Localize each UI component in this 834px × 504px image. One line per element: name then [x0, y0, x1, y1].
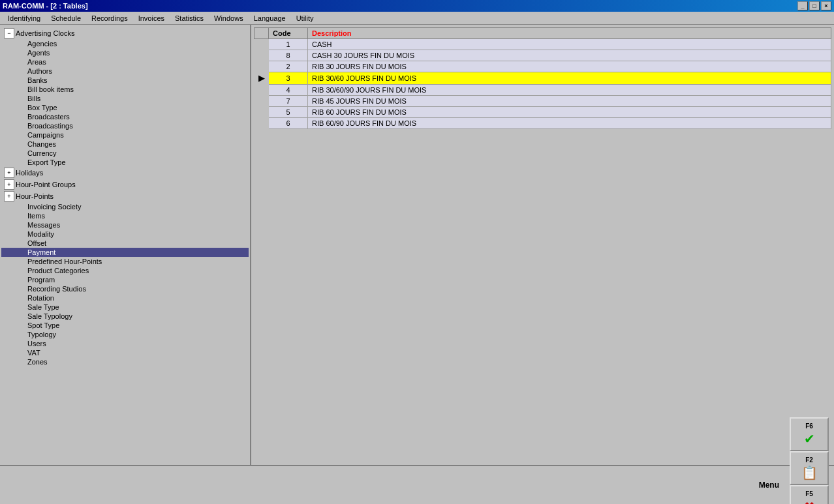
expander-icon[interactable]: +	[4, 191, 14, 201]
expander-icon[interactable]: +	[4, 179, 14, 190]
sidebar-item-sale-typology[interactable]: Sale Typology	[1, 312, 249, 321]
menu-item-identifying[interactable]: Identifying	[3, 13, 46, 23]
row-code: 8	[269, 50, 308, 61]
sidebar-item-banks[interactable]: Banks	[1, 76, 249, 85]
sidebar-item-label: Messages	[27, 221, 60, 229]
sidebar-item-program[interactable]: Program	[1, 275, 249, 284]
sidebar-item-label: Hour-Points	[16, 192, 54, 200]
func-button-f5[interactable]: F5✖	[790, 485, 829, 504]
title-bar: RAM-COMM - [2 : Tables] _ □ ×	[0, 0, 834, 12]
row-indicator: ▶	[255, 72, 269, 85]
row-code: 7	[269, 96, 308, 107]
sidebar-item-advertising-clocks[interactable]: −Advertising Clocks	[1, 27, 249, 39]
sidebar-item-hour-points[interactable]: +Hour-Points	[1, 190, 249, 202]
sidebar-item-invoicing-society[interactable]: Invoicing Society	[1, 202, 249, 211]
close-button[interactable]: ×	[821, 1, 831, 10]
sidebar-item-label: Broadcasters	[27, 113, 70, 121]
row-code: 3	[269, 72, 308, 85]
sidebar-item-holidays[interactable]: +Holidays	[1, 167, 249, 179]
table-row[interactable]: 5RIB 60 JOURS FIN DU MOIS	[255, 107, 831, 118]
table-row[interactable]: 2RIB 30 JOURS FIN DU MOIS	[255, 61, 831, 72]
table-row[interactable]: 1CASH	[255, 39, 831, 50]
sidebar-item-label: Spot Type	[27, 321, 59, 329]
row-indicator	[255, 61, 269, 72]
sidebar-item-spot-type[interactable]: Spot Type	[1, 321, 249, 330]
func-key-icon: 📋	[801, 465, 818, 481]
sidebar-item-campaigns[interactable]: Campaigns	[1, 130, 249, 140]
row-code: 2	[269, 61, 308, 72]
sidebar-item-sale-type[interactable]: Sale Type	[1, 303, 249, 312]
row-code: 1	[269, 39, 308, 50]
menu-item-schedule[interactable]: Schedule	[46, 13, 86, 23]
expander-icon[interactable]: −	[4, 28, 14, 38]
row-description: RIB 30/60/90 JOURS FIN DU MOIS	[308, 85, 831, 96]
row-indicator	[255, 96, 269, 107]
sidebar-item-label: Product Categories	[27, 267, 89, 274]
sidebar-item-currency[interactable]: Currency	[1, 149, 249, 158]
func-buttons: F6✔F2📋F5✖ESC🚪	[790, 417, 829, 504]
sidebar-item-changes[interactable]: Changes	[1, 140, 249, 149]
func-key-label: F5	[805, 490, 813, 497]
sidebar-item-product-categories[interactable]: Product Categories	[1, 266, 249, 275]
data-table: Code Description 1CASH8CASH 30 JOURS FIN…	[254, 27, 831, 129]
sidebar-item-hour-point-groups[interactable]: +Hour-Point Groups	[1, 179, 249, 190]
sidebar-item-label: Typology	[27, 331, 56, 338]
sidebar-item-predefined-hour-points[interactable]: Predefined Hour-Points	[1, 257, 249, 266]
sidebar-item-offset[interactable]: Offset	[1, 239, 249, 248]
sidebar-item-vat[interactable]: VAT	[1, 348, 249, 357]
sidebar-item-typology[interactable]: Typology	[1, 330, 249, 339]
sidebar-item-modality[interactable]: Modality	[1, 230, 249, 239]
sidebar-item-zones[interactable]: Zones	[1, 357, 249, 366]
sidebar-item-bills[interactable]: Bills	[1, 94, 249, 103]
title-bar-controls[interactable]: _ □ ×	[797, 1, 831, 10]
row-indicator	[255, 107, 269, 118]
table-row[interactable]: 6RIB 60/90 JOURS FIN DU MOIS	[255, 118, 831, 129]
sidebar-item-rotation[interactable]: Rotation	[1, 293, 249, 303]
title-bar-text: RAM-COMM - [2 : Tables]	[3, 2, 88, 10]
func-button-f2[interactable]: F2📋	[790, 451, 829, 485]
sidebar-item-label: Bill book items	[27, 85, 74, 93]
sidebar-item-agencies[interactable]: Agencies	[1, 39, 249, 48]
sidebar-item-recording-studios[interactable]: Recording Studios	[1, 284, 249, 293]
table-row[interactable]: 4RIB 30/60/90 JOURS FIN DU MOIS	[255, 85, 831, 96]
sidebar-item-export-type[interactable]: Export Type	[1, 158, 249, 167]
sidebar-item-label: Program	[27, 276, 55, 284]
expander-icon[interactable]: +	[4, 168, 14, 178]
sidebar-item-agents[interactable]: Agents	[1, 48, 249, 57]
sidebar-item-box-type[interactable]: Box Type	[1, 103, 249, 112]
sidebar-item-label: Hour-Point Groups	[16, 181, 76, 188]
table-row[interactable]: 8CASH 30 JOURS FIN DU MOIS	[255, 50, 831, 61]
menu-item-language[interactable]: Language	[249, 13, 291, 23]
func-key-icon: ✖	[804, 499, 815, 505]
table-row[interactable]: 7RIB 45 JOURS FIN DU MOIS	[255, 96, 831, 107]
sidebar-item-bill-book-items[interactable]: Bill book items	[1, 85, 249, 94]
menu-item-utility[interactable]: Utility	[291, 13, 319, 23]
sidebar-item-broadcasters[interactable]: Broadcasters	[1, 112, 249, 121]
sidebar-item-label: Authors	[27, 67, 52, 75]
sidebar-item-label: Holidays	[16, 169, 43, 177]
maximize-button[interactable]: □	[809, 1, 820, 10]
sidebar-item-broadcastings[interactable]: Broadcastings	[1, 121, 249, 130]
sidebar-item-label: Agents	[27, 49, 50, 57]
row-indicator	[255, 118, 269, 129]
sidebar-item-authors[interactable]: Authors	[1, 67, 249, 76]
sidebar-item-label: Sale Typology	[27, 312, 72, 320]
menu-item-invoices[interactable]: Invoices	[133, 13, 170, 23]
col-header-description: Description	[308, 28, 831, 39]
minimize-button[interactable]: _	[797, 1, 808, 10]
func-button-f6[interactable]: F6✔	[790, 417, 829, 451]
row-description: RIB 60/90 JOURS FIN DU MOIS	[308, 118, 831, 129]
row-description: CASH	[308, 39, 831, 50]
table-row[interactable]: ▶3RIB 30/60 JOURS FIN DU MOIS	[255, 72, 831, 85]
sidebar-item-label: Items	[27, 212, 45, 220]
menu-item-windows[interactable]: Windows	[209, 13, 249, 23]
menu-item-recordings[interactable]: Recordings	[86, 13, 133, 23]
sidebar-item-label: Broadcastings	[27, 122, 73, 130]
sidebar-item-users[interactable]: Users	[1, 339, 249, 348]
sidebar-item-messages[interactable]: Messages	[1, 220, 249, 230]
sidebar-item-areas[interactable]: Areas	[1, 57, 249, 67]
menu-item-statistics[interactable]: Statistics	[170, 13, 209, 23]
row-indicator	[255, 50, 269, 61]
sidebar-item-payment[interactable]: Payment	[1, 248, 249, 257]
sidebar-item-items[interactable]: Items	[1, 211, 249, 220]
